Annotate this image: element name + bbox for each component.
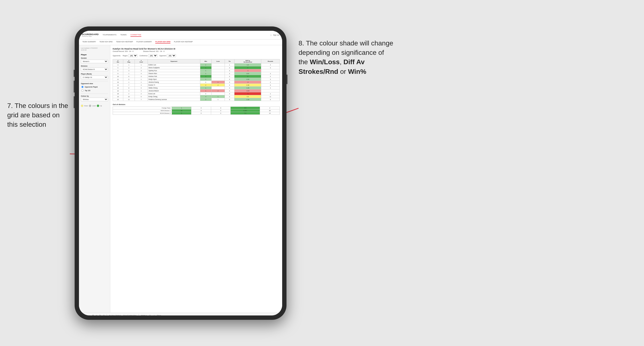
annotation-right: 8. The colour shade will change dependin… xyxy=(298,38,395,76)
power-button[interactable] xyxy=(286,75,288,84)
cell-loss xyxy=(212,63,224,66)
cell-diff: 0.38 xyxy=(234,84,261,87)
opponent-view-label: Opponent view xyxy=(81,83,108,84)
conference-select[interactable]: (All) xyxy=(148,54,158,57)
cell-loss: 1 xyxy=(212,81,224,84)
radio-top100-input[interactable] xyxy=(81,89,84,92)
cell-loss: 1 xyxy=(212,98,224,101)
radio-top100: Top 100 xyxy=(81,89,108,92)
cell-reg: 1 xyxy=(123,72,134,75)
subnav-team-summary[interactable]: TEAM SUMMARY xyxy=(82,41,96,43)
player-rank-select[interactable]: 6. Katelyn Vo xyxy=(81,75,108,79)
cell-rounds: 4 xyxy=(261,75,280,78)
opponent-select[interactable]: (All) xyxy=(167,54,176,57)
cell-tie: 0 xyxy=(211,107,231,109)
fullscreen-button[interactable]: ⤢ xyxy=(152,315,155,316)
cell-win: 0 xyxy=(200,92,212,95)
cell-conf: 7 xyxy=(134,98,148,101)
opponents-filter-label: Opponents: xyxy=(113,55,121,56)
cell-win: 5 xyxy=(172,112,192,115)
cell-tie: 0 xyxy=(211,109,231,112)
undo-button[interactable]: ↩ xyxy=(81,315,84,316)
cell-tie: 0 xyxy=(224,78,234,81)
table-row: 11 5 1 Heejo Hyun 1 0 3.33 3 xyxy=(113,78,280,81)
gender-select[interactable]: Women's xyxy=(81,60,108,63)
nav-tournaments[interactable]: TOURNAMENTS xyxy=(102,33,116,37)
tablet-shell: SCOREBOARD Powered by clippd TOURNAMENTS… xyxy=(75,26,286,320)
th-loss: Loss xyxy=(212,59,224,63)
colour-by-select[interactable]: Win/loss xyxy=(81,98,108,101)
sign-out-link[interactable]: Sign out xyxy=(273,34,279,36)
overall-record: Overall Record: 353 - 34 - 6 xyxy=(113,50,133,52)
grid-button[interactable]: ⊞ xyxy=(92,315,94,316)
divider-icon: | xyxy=(270,34,271,36)
th-conf: #Conf xyxy=(134,59,148,63)
cell-rounds xyxy=(261,69,280,72)
cell-opponent: Sydney Kuo xyxy=(148,69,200,72)
grid-title: Katelyn Vo Head-to-Head Grid for Women's… xyxy=(113,48,280,50)
radio-opponents-played-input[interactable] xyxy=(81,86,84,88)
subnav-team-h2h-heatmap[interactable]: TEAM H2H HEATMAP xyxy=(116,41,133,43)
nav-bar: SCOREBOARD Powered by clippd TOURNAMENTS… xyxy=(79,31,282,39)
share-button[interactable]: Share xyxy=(156,315,162,316)
cell-opponent: Stella Cheng xyxy=(148,87,200,89)
cell-loss: 0 xyxy=(192,107,211,109)
cell-conf: 2 xyxy=(134,66,148,69)
cell-opponent: Andrea York xyxy=(148,75,200,78)
subnav-team-h2h-grid[interactable]: TEAM H2H GRID xyxy=(100,41,113,43)
table-row: 19 10 6 Emily Chang 4 1 0 0.3 11 xyxy=(113,95,280,98)
last-updated: Last Updated: 27/03/2024 16:55:38 xyxy=(81,47,108,51)
region-select[interactable]: (All) xyxy=(128,54,138,57)
cell-tie: 0 xyxy=(211,112,231,115)
cell-rounds: 2 xyxy=(261,81,280,84)
cell-div: 11 xyxy=(113,78,123,81)
cell-div: 3 xyxy=(113,63,123,66)
player-rank-section: Player (Rank) 6. Katelyn Vo xyxy=(81,73,108,79)
cell-conf: 4 xyxy=(134,72,148,75)
cell-rounds: 3 xyxy=(261,72,280,75)
cell-win: 1 xyxy=(200,87,212,89)
subnav-player-h2h-heatmap[interactable]: PLAYER H2H HEATMAP xyxy=(174,41,192,43)
cell-diff: 3.67 xyxy=(234,72,261,75)
region-label: Region xyxy=(123,55,128,56)
target-button[interactable]: ⊙ xyxy=(102,315,105,316)
cell-tie: 0 xyxy=(224,81,234,84)
division-select[interactable]: NCAA Division III xyxy=(81,68,108,71)
undo2-button[interactable]: ↩ xyxy=(84,315,87,316)
cell-win: 2 xyxy=(200,98,212,101)
redo-button[interactable]: ↪ xyxy=(88,315,91,316)
cell-div: 9 xyxy=(113,72,123,75)
layout-button[interactable]: ⊟ xyxy=(148,315,152,316)
volume-down-button[interactable] xyxy=(74,96,75,108)
refresh-button[interactable]: ↻ xyxy=(99,315,102,316)
player-rank-label: Player (Rank) xyxy=(81,73,108,75)
cell-div: 20 xyxy=(113,98,123,101)
table-row: Foreign Team 1 0 0 4.5 2 xyxy=(113,107,280,109)
cell-tie: 0 xyxy=(224,89,234,92)
conference-label: Conference xyxy=(140,55,148,56)
cell-reg: 5 xyxy=(123,78,134,81)
nav-committee[interactable]: COMMITTEE xyxy=(130,33,141,37)
cut-button[interactable]: ✂ xyxy=(95,315,98,316)
save-custom-view-button[interactable]: Save Custom View xyxy=(122,315,137,316)
table-row: 9 1 4 Sharon Mun 1 0 3.67 3 xyxy=(113,72,280,75)
division-label: Division xyxy=(81,65,108,67)
nav-teams[interactable]: TEAMS xyxy=(120,33,127,37)
view-original-button[interactable]: 👁 View: Original xyxy=(108,315,122,316)
cell-conf: 3 xyxy=(134,69,148,72)
cell-opponent: Heejo Hyun xyxy=(148,78,200,81)
division-section: Division NCAA Division III xyxy=(81,65,108,71)
legend-down-dot xyxy=(81,105,83,107)
cell-loss xyxy=(212,69,224,72)
colour-by-label: Colour by xyxy=(81,95,108,97)
cell-loss: 0 xyxy=(192,109,211,112)
cell-rounds: 6 xyxy=(261,98,280,101)
subnav-player-summary[interactable]: PLAYER SUMMARY xyxy=(136,41,152,43)
watch-button[interactable]: Watch ▾ xyxy=(140,315,148,316)
volume-mute-button[interactable] xyxy=(74,70,75,77)
cell-tie: 0 xyxy=(224,92,234,95)
volume-up-button[interactable] xyxy=(74,81,75,93)
table-row: NCAA Division 2 5 0 0 7.4 10 xyxy=(113,112,280,115)
subnav-player-h2h-grid[interactable]: PLAYER H2H GRID xyxy=(155,41,170,43)
cell-reg: 2 xyxy=(123,66,134,69)
